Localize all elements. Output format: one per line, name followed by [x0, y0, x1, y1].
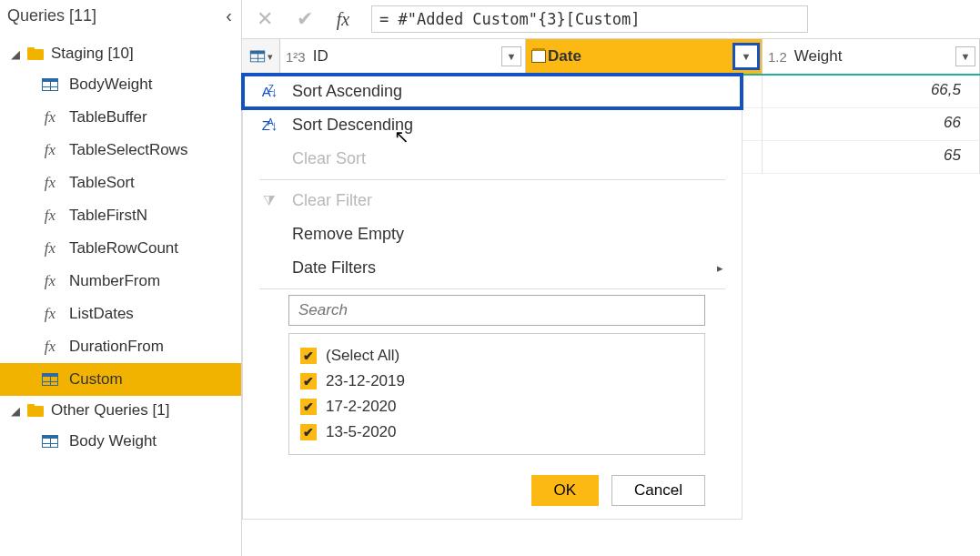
- menu-separator: [259, 288, 725, 289]
- query-label: Body Weight: [69, 432, 234, 450]
- type-whole-number-icon: 1²3: [286, 49, 306, 65]
- table-icon: [40, 435, 60, 448]
- query-label: TableSort: [69, 174, 234, 192]
- remove-empty-item[interactable]: Remove Empty: [243, 217, 742, 251]
- cancel-button[interactable]: Cancel: [611, 475, 705, 506]
- menu-label: Clear Sort: [292, 149, 366, 168]
- filter-dropdown-icon[interactable]: ▼: [501, 46, 521, 66]
- row-index-header[interactable]: ▾: [242, 39, 280, 74]
- query-label: TableFirstN: [69, 207, 234, 225]
- column-label: Date: [548, 47, 581, 66]
- sort-ascending-item[interactable]: AZ↓ Sort Ascending ↖: [243, 75, 742, 108]
- query-label: BodyWeight: [69, 76, 234, 94]
- caret-icon: ◢: [11, 404, 24, 418]
- query-label: TableBuffer: [69, 108, 234, 126]
- filter-option[interactable]: ✔ 13-5-2020: [300, 420, 693, 445]
- type-decimal-icon: 1.2: [768, 49, 787, 65]
- fx-icon: fx: [40, 174, 60, 192]
- filter-option[interactable]: ✔ 23-12-2019: [300, 369, 693, 394]
- queries-tree: ◢ Staging [10] BodyWeight fx TableBuffer…: [0, 35, 241, 458]
- fx-icon[interactable]: fx: [329, 9, 357, 30]
- filter-dropdown-icon[interactable]: ▼: [955, 46, 975, 66]
- column-label: Weight: [794, 47, 843, 66]
- funnel-icon: ⧩: [259, 193, 278, 209]
- grid-header: ▾ 1²3 ID ▼ Date ▼ 1.2 Weight ▼: [242, 39, 980, 76]
- caret-icon: ◢: [11, 47, 24, 61]
- filter-option[interactable]: ✔ 17-2-2020: [300, 394, 693, 420]
- checkbox-icon[interactable]: ✔: [300, 399, 317, 415]
- calendar-icon: [531, 50, 546, 63]
- query-label: TableSelectRows: [69, 141, 234, 159]
- query-item-bodyweight2[interactable]: Body Weight: [0, 425, 241, 458]
- chevron-right-icon: ▸: [717, 261, 723, 275]
- sort-descending-item[interactable]: ZA↓ Sort Descending: [243, 108, 742, 142]
- date-filters-item[interactable]: Date Filters ▸: [243, 251, 742, 285]
- queries-pane-header: Queries [11] ‹: [0, 0, 241, 35]
- checkbox-icon[interactable]: ✔: [300, 424, 317, 440]
- table-icon: [249, 51, 264, 63]
- filter-search-wrap: [288, 295, 705, 326]
- group-items: BodyWeight fx TableBuffer fx TableSelect…: [0, 68, 241, 396]
- cancel-formula-icon[interactable]: ✕: [249, 5, 280, 33]
- menu-label: Remove Empty: [292, 225, 404, 244]
- menu-label: Date Filters: [292, 258, 376, 278]
- fx-icon: fx: [40, 338, 60, 356]
- menu-label: Clear Filter: [292, 191, 372, 210]
- query-item-numberfrom[interactable]: fx NumberFrom: [0, 265, 241, 298]
- weight-cell: 66,5: [763, 76, 980, 108]
- filter-option[interactable]: ✔ (Select All): [300, 343, 693, 369]
- column-weight-header[interactable]: 1.2 Weight ▼: [763, 39, 980, 74]
- option-label: 23-12-2019: [326, 372, 405, 390]
- query-item-listdates[interactable]: fx ListDates: [0, 298, 241, 330]
- option-label: 13-5-2020: [326, 423, 397, 441]
- menu-label: Sort Ascending: [292, 82, 402, 101]
- app-root: Queries [11] ‹ ◢ Staging [10] BodyWeight…: [0, 0, 980, 556]
- collapse-icon[interactable]: ‹: [226, 5, 232, 26]
- fx-icon: fx: [40, 272, 60, 290]
- checkbox-icon[interactable]: ✔: [300, 373, 317, 389]
- query-item-bodyweight[interactable]: BodyWeight: [0, 68, 241, 101]
- query-item-tablerowcount[interactable]: fx TableRowCount: [0, 232, 241, 265]
- fx-icon: fx: [40, 108, 60, 126]
- checkbox-icon[interactable]: ✔: [300, 348, 317, 364]
- sort-desc-icon: ZA↓: [259, 117, 278, 133]
- queries-pane: Queries [11] ‹ ◢ Staging [10] BodyWeight…: [0, 0, 242, 556]
- filter-search-input[interactable]: [288, 295, 705, 326]
- column-date-header[interactable]: Date ▼: [526, 39, 763, 74]
- fx-icon: fx: [40, 207, 60, 225]
- table-icon: [40, 78, 60, 91]
- folder-icon: [27, 404, 44, 417]
- folder-icon: [27, 47, 44, 60]
- query-label: NumberFrom: [69, 272, 234, 290]
- clear-filter-item: ⧩ Clear Filter: [243, 184, 742, 217]
- option-label: 17-2-2020: [326, 398, 397, 416]
- fx-icon: fx: [40, 141, 60, 159]
- fx-icon: fx: [40, 239, 60, 258]
- group-label: Other Queries [1]: [51, 401, 169, 420]
- filter-values-list: ✔ (Select All) ✔ 23-12-2019 ✔ 17-2-2020 …: [288, 333, 705, 455]
- column-label: ID: [313, 47, 328, 66]
- filter-buttons: OK Cancel: [243, 470, 742, 519]
- menu-label: Sort Descending: [292, 116, 413, 135]
- query-item-tablebuffer[interactable]: fx TableBuffer: [0, 101, 241, 134]
- query-label: DurationFrom: [69, 338, 234, 356]
- filter-dropdown-icon[interactable]: ▼: [732, 43, 760, 70]
- query-item-tableselectrows[interactable]: fx TableSelectRows: [0, 134, 241, 167]
- table-icon: [40, 373, 60, 386]
- query-item-custom[interactable]: Custom: [0, 363, 241, 396]
- query-item-tablefirstn[interactable]: fx TableFirstN: [0, 199, 241, 232]
- formula-input[interactable]: [371, 5, 808, 33]
- commit-formula-icon[interactable]: ✔: [289, 5, 320, 33]
- query-item-tablesort[interactable]: fx TableSort: [0, 167, 241, 199]
- query-group-other[interactable]: ◢ Other Queries [1]: [0, 396, 241, 425]
- sort-asc-icon: AZ↓: [259, 84, 278, 99]
- menu-separator: [259, 179, 725, 180]
- query-label: Custom: [69, 370, 234, 389]
- option-label: (Select All): [326, 347, 399, 365]
- column-id-header[interactable]: 1²3 ID ▼: [280, 39, 526, 74]
- query-item-durationfrom[interactable]: fx DurationFrom: [0, 330, 241, 363]
- ok-button[interactable]: OK: [531, 475, 600, 506]
- weight-cell: 66: [763, 108, 980, 141]
- query-group-staging[interactable]: ◢ Staging [10]: [0, 39, 241, 68]
- queries-pane-title: Queries [11]: [7, 6, 96, 25]
